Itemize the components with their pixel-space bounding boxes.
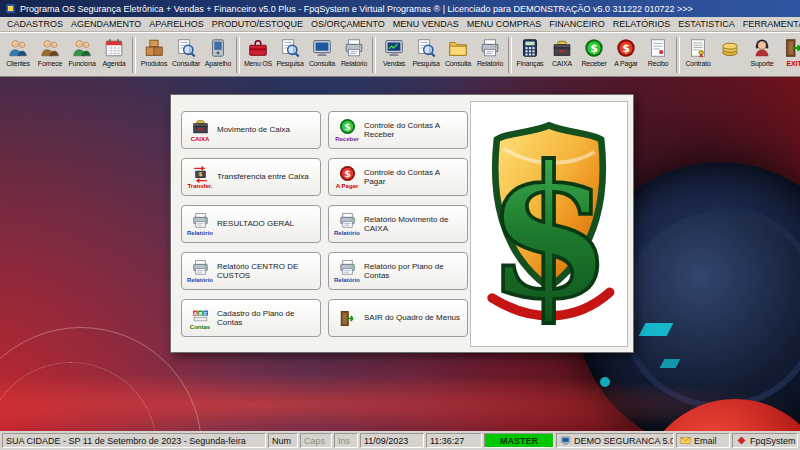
toolbar-button-receber[interactable]: $Receber [578,35,610,69]
menu-item-menu-compras[interactable]: MENU COMPRAS [463,18,546,30]
menu-item-os-or-amento[interactable]: OS/ORÇAMENTO [307,18,389,30]
svg-text:$: $ [344,121,351,132]
dialog-button-icon-caption: Relatório [187,230,213,237]
toolbar-button-caixa[interactable]: CAIXA [546,35,578,69]
toolbar-button-funciona[interactable]: Funciona [66,35,98,69]
toolbar-button-label: Vendas [383,60,405,68]
menu-item-estatistica[interactable]: ESTATISTICA [674,18,739,30]
teal-accent-graphic [639,323,674,336]
menu-item-cadastros[interactable]: CADASTROS [3,18,67,30]
status-segment-text: Caps [304,436,325,446]
dialog-button-label: Relatório CENTRO DE CUSTOS [214,262,316,280]
coins-icon [719,37,741,59]
teal-accent-graphic [660,359,681,368]
svg-text:$: $ [622,42,629,55]
toolbar-button-menu-os[interactable]: Menu OS [242,35,274,69]
dialog-button-resultado-geral[interactable]: RelatórioRESULTADO GERAL [181,205,321,243]
status-segment-sua-cidade-sp-11-de-setembro-de-2023-segunda-feira: SUA CIDADE - SP 11 de Setembro de 2023 -… [2,433,266,448]
menu-item-label: APARELHOS [149,19,203,29]
menu-item-label: MENU COMPRAS [467,19,542,29]
report-icon [343,37,365,59]
dialog-button-sair-do-quadro-de-menus[interactable]: SAIR do Quadro de Menus [328,299,468,337]
toolbar-button-label: Relatório [341,60,367,68]
toolbar-button-relat-rio[interactable]: Relatório [474,35,506,69]
calendar-icon [103,37,125,59]
toolbar-button-contrato[interactable]: Contrato [682,35,714,69]
dialog-button-relat-rio-centro-de-custos[interactable]: RelatórioRelatório CENTRO DE CUSTOS [181,252,321,290]
status-segment-text: 11:36:27 [430,436,464,446]
svg-text:$: $ [198,171,202,177]
toolbar-button-fornece[interactable]: Fornece [34,35,66,69]
employees-icon [71,37,93,59]
menu-item-ferramentas[interactable]: FERRAMENTAS [739,18,800,30]
toolbar-button-finan-as[interactable]: Finanças [514,35,546,69]
toolbar-button-vendas[interactable]: Vendas [378,35,410,69]
menu-item-label: ESTATISTICA [678,19,735,29]
toolbar-button-pesquisa[interactable]: Pesquisa [274,35,306,69]
toolbar-button-relat-rio[interactable]: Relatório [338,35,370,69]
toolbar-button-aparelho[interactable]: Aparelho [202,35,234,69]
red-glow-graphic [0,372,800,431]
toolbar-button-consulta[interactable]: Consulta [306,35,338,69]
cashbox-icon [551,37,573,59]
report-icon: Relatório [186,211,214,237]
menu-item-aparelhos[interactable]: APARELHOS [145,18,207,30]
menu-item-label: FERRAMENTAS [743,19,800,29]
dialog-button-column-right: $ReceberControle do Contas A Receber$A P… [328,111,468,346]
svg-text:$: $ [590,42,597,55]
search-icon [415,37,437,59]
report-icon [479,37,501,59]
toolbar-button-recibo[interactable]: Recibo [642,35,674,69]
toolbar-button-clientes[interactable]: Clientes [2,35,34,69]
dialog-button-controle-do-contas-a-receber[interactable]: $ReceberControle do Contas A Receber [328,111,468,149]
suppliers-icon [39,37,61,59]
menu-item-agendamento[interactable]: AGENDAMENTO [67,18,145,30]
dialog-button-controle-do-contas-a-pagar[interactable]: $A PagarControle do Contas A Pagar [328,158,468,196]
toolbar-button-exit[interactable]: EXIT [778,35,800,69]
toolbar-button-coins-icon[interactable] [714,35,746,61]
status-segment-fpqsystem: FpqSystem [732,433,798,448]
abc-icon: ABCContas [186,305,214,331]
status-segment-text: Num [272,436,291,446]
dialog-button-column-left: CAIXAMovimento de Caixa$Transfer.Transfe… [181,111,321,346]
toolbar-button-consulta[interactable]: Consulta [442,35,474,69]
toolbar-separator [132,37,136,73]
toolbar: ClientesForneceFuncionaAgendaProdutosCon… [0,32,800,77]
dollar-red-icon: $ [615,37,637,59]
contract-icon [687,37,709,59]
dialog-button-transferencia-entre-caixa[interactable]: $Transfer.Transferencia entre Caixa [181,158,321,196]
menu-item-menu-vendas[interactable]: MENU VENDAS [389,18,463,30]
fpq-icon [736,435,747,446]
dialog-button-label: Movimento de Caixa [214,125,316,134]
menu-item-financeiro[interactable]: FINANCEIRO [545,18,609,30]
clients-icon [7,37,29,59]
toolbar-button-pesquisa[interactable]: Pesquisa [410,35,442,69]
products-icon [143,37,165,59]
menu-item-produto-estoque[interactable]: PRODUTO/ESTOQUE [208,18,307,30]
status-segment-11-09-2023: 11/09/2023 [360,433,424,448]
svg-text:$: $ [486,125,613,339]
search-icon [175,37,197,59]
toolbar-separator [676,37,680,73]
toolbar-button-a-pagar[interactable]: $A Pagar [610,35,642,69]
status-segment-demo-seguranca-5-0: DEMO SEGURANCA 5.0 [556,433,674,448]
device-icon [207,37,229,59]
dialog-button-movimento-de-caixa[interactable]: CAIXAMovimento de Caixa [181,111,321,149]
svg-text:B: B [198,311,201,316]
dialog-button-label: Transferencia entre Caixa [214,172,316,181]
toolbar-button-suporte[interactable]: Suporte [746,35,778,69]
menu-item-relat-rios[interactable]: RELATÓRIOS [609,18,674,30]
toolbar-button-label: Pesquisa [412,60,439,68]
report-icon: Relatório [333,211,361,237]
dialog-button-cadastro-do-plano-de-contas[interactable]: ABCContasCadastro do Plano de Contas [181,299,321,337]
shield-dollar-logo: $ [475,109,623,339]
toolbar-button-produtos[interactable]: Produtos [138,35,170,69]
dialog-button-label: Relatório por Plano de Contas [361,262,463,280]
toolbar-button-label: Contrato [685,60,710,68]
dialog-button-relat-rio-por-plano-de-contas[interactable]: RelatórioRelatório por Plano de Contas [328,252,468,290]
toolbar-button-consultar[interactable]: Consultar [170,35,202,69]
circle-arc-graphic [0,362,157,431]
support-icon [751,37,773,59]
dialog-button-relat-rio-movimento-de-caixa[interactable]: RelatórioRelatório Movimento de CAIXA [328,205,468,243]
toolbar-button-agenda[interactable]: Agenda [98,35,130,69]
